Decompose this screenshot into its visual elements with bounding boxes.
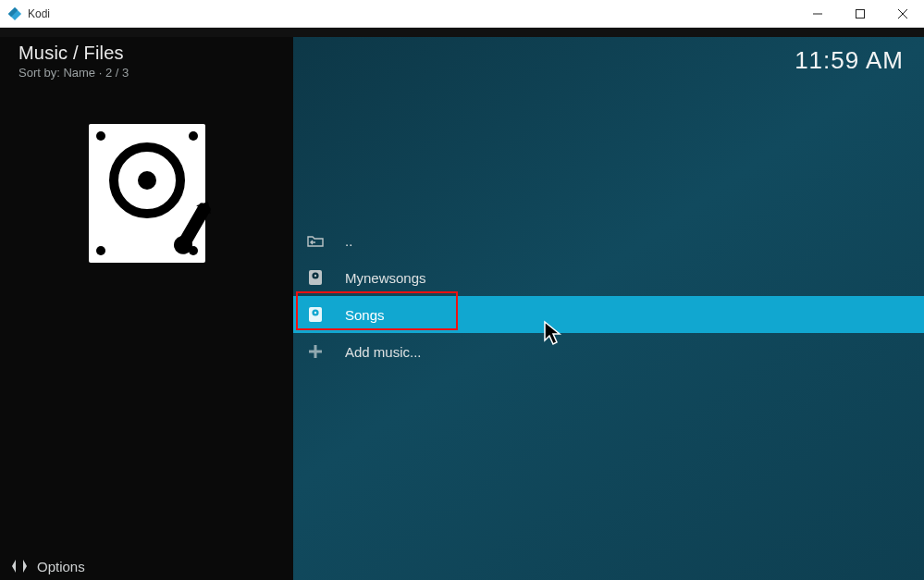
kodi-app-icon <box>7 6 22 21</box>
list-item-label: Add music... <box>345 344 422 360</box>
folder-back-icon <box>306 231 325 250</box>
content-area: 11:59 AM .. <box>293 37 924 580</box>
list-item-add-music[interactable]: Add music... <box>293 333 924 370</box>
hard-disk-icon <box>89 124 205 263</box>
minimize-button[interactable] <box>796 0 839 28</box>
maximize-button[interactable] <box>839 0 881 28</box>
music-source-icon <box>306 305 325 324</box>
mouse-cursor-icon <box>543 320 563 348</box>
svg-marker-6 <box>12 560 16 573</box>
svg-rect-15 <box>309 351 322 353</box>
list-item-parent[interactable]: .. <box>293 222 924 259</box>
svg-point-10 <box>314 275 316 277</box>
svg-marker-7 <box>23 560 27 573</box>
window-title: Kodi <box>28 7 50 20</box>
sidebar-thumbnail <box>0 124 293 263</box>
list-item-songs[interactable]: Songs <box>293 296 924 333</box>
list-item-label: Songs <box>345 307 385 323</box>
options-label: Options <box>37 559 85 574</box>
svg-point-13 <box>314 312 316 314</box>
window-controls <box>796 0 924 28</box>
options-button[interactable]: Options <box>0 552 293 580</box>
options-icon <box>11 558 28 574</box>
clock: 11:59 AM <box>795 46 904 75</box>
breadcrumb[interactable]: Music / Files <box>18 43 293 64</box>
plus-icon <box>306 342 325 361</box>
sidebar: Music / Files Sort by: Name · 2 / 3 <box>0 37 293 580</box>
close-button[interactable] <box>881 0 924 28</box>
kodi-app: Music / Files Sort by: Name · 2 / 3 <box>0 37 924 580</box>
sort-info[interactable]: Sort by: Name · 2 / 3 <box>18 66 293 80</box>
url-bar: ​ <box>0 28 924 37</box>
list-item-label: Mynewsongs <box>345 270 426 286</box>
window-titlebar: Kodi <box>0 0 924 28</box>
file-list: .. Mynewsongs <box>293 222 924 370</box>
svg-rect-3 <box>856 10 865 19</box>
list-item-label: .. <box>345 233 352 249</box>
music-source-icon <box>306 268 325 287</box>
sidebar-header: Music / Files Sort by: Name · 2 / 3 <box>0 37 293 80</box>
list-item-mynewsongs[interactable]: Mynewsongs <box>293 259 924 296</box>
